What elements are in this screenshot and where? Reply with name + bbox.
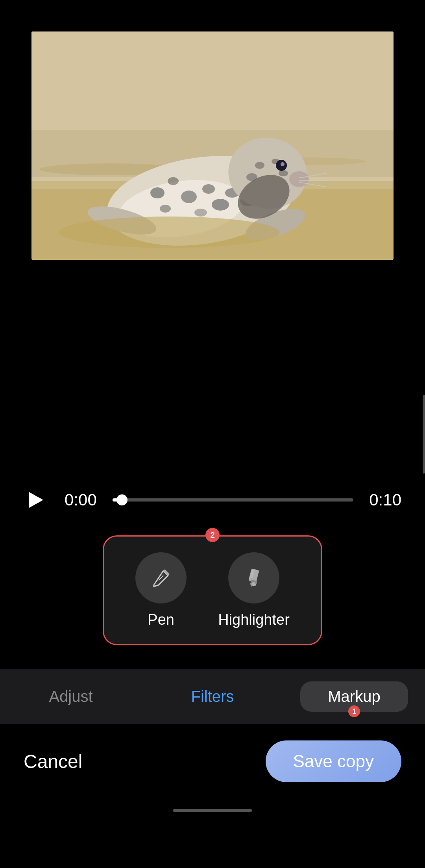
middle-black-area: [0, 291, 425, 480]
tab-filters[interactable]: Filters: [142, 669, 283, 724]
time-current: 0:00: [65, 490, 97, 509]
time-total: 0:10: [369, 490, 401, 509]
svg-point-32: [59, 217, 279, 248]
tab-filters-label: Filters: [191, 688, 234, 705]
bottom-tabs-bar: Adjust Filters Markup 1: [0, 669, 425, 724]
svg-point-11: [181, 191, 197, 203]
svg-point-24: [281, 162, 285, 166]
svg-point-22: [279, 170, 288, 176]
tool-popup-badge: 2: [205, 528, 220, 542]
tab-adjust-label: Adjust: [49, 688, 92, 705]
svg-point-19: [255, 162, 264, 169]
tab-markup-bg: Markup 1: [300, 681, 408, 712]
progress-thumb[interactable]: [116, 494, 128, 505]
save-copy-button[interactable]: Save copy: [266, 740, 401, 782]
tab-markup-label: Markup: [328, 688, 380, 705]
scrollbar-hint: [423, 395, 425, 474]
tool-popup: 2 Pen: [103, 535, 322, 645]
svg-point-10: [168, 177, 179, 185]
media-container: [31, 31, 394, 260]
svg-point-16: [160, 205, 171, 213]
pen-icon: [149, 566, 173, 590]
home-indicator-area: [0, 799, 425, 822]
tab-adjust[interactable]: Adjust: [0, 669, 142, 724]
highlighter-tool-label: Highlighter: [218, 611, 290, 628]
play-icon: [29, 492, 43, 508]
tab-markup-badge: 1: [348, 705, 360, 717]
top-black-area: [0, 0, 425, 291]
svg-point-12: [202, 184, 215, 194]
tool-popup-area: 2 Pen: [0, 520, 425, 669]
svg-point-13: [212, 199, 229, 211]
progress-bar[interactable]: [113, 498, 354, 502]
pen-tool-label: Pen: [148, 611, 174, 628]
svg-point-25: [289, 171, 309, 187]
pen-tool-icon-circle: [135, 552, 187, 603]
svg-point-9: [150, 187, 164, 198]
pen-tool-item[interactable]: Pen: [120, 548, 202, 632]
cancel-button[interactable]: Cancel: [24, 751, 82, 772]
highlighter-tool-item[interactable]: Highlighter: [202, 548, 305, 632]
highlighter-icon: [242, 566, 266, 590]
play-button[interactable]: [24, 487, 49, 513]
bottom-action-bar: Cancel Save copy: [0, 724, 425, 799]
home-indicator-bar: [173, 809, 252, 812]
svg-point-17: [194, 209, 207, 217]
tab-markup[interactable]: Markup 1: [283, 669, 425, 724]
seal-image: [31, 31, 394, 260]
highlighter-tool-icon-circle: [228, 552, 279, 603]
video-controls-bar: 0:00 0:10: [0, 480, 425, 520]
